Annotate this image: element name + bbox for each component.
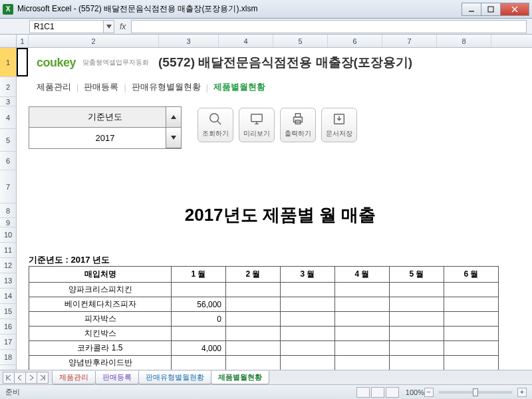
cell-value[interactable] xyxy=(444,297,499,312)
row-header[interactable]: 18 xyxy=(0,350,16,365)
row-header[interactable]: 13 xyxy=(0,273,16,289)
row-header[interactable]: 17 xyxy=(0,334,16,350)
col-header[interactable]: 5 xyxy=(273,35,328,47)
zoom-slider[interactable] xyxy=(439,391,512,394)
cell-vendor[interactable]: 양파크리스피치킨 xyxy=(29,283,172,297)
search-button[interactable]: 조회하기 xyxy=(198,108,233,142)
cell-value[interactable] xyxy=(444,327,499,341)
row-header[interactable]: 4 xyxy=(0,106,16,129)
col-header[interactable]: 2 xyxy=(29,35,159,47)
row-header[interactable]: 8 xyxy=(0,203,16,218)
row-header[interactable]: 2 xyxy=(0,77,16,97)
col-header[interactable]: 8 xyxy=(437,35,491,47)
cell-value[interactable] xyxy=(390,356,444,370)
row-header[interactable]: 11 xyxy=(0,243,16,258)
tab-sales-type-monthly[interactable]: 판매유형별월현황 xyxy=(132,81,201,93)
cell-value[interactable] xyxy=(444,356,499,370)
col-header[interactable]: 1 xyxy=(17,35,29,47)
year-down-button[interactable] xyxy=(166,127,182,148)
cell-value[interactable] xyxy=(390,283,444,297)
fx-icon[interactable]: fx xyxy=(120,22,126,31)
cell-value[interactable] xyxy=(281,341,335,356)
cell-value[interactable] xyxy=(281,297,335,312)
cell-value[interactable] xyxy=(226,312,281,327)
cell-value[interactable] xyxy=(281,356,335,370)
year-up-button[interactable] xyxy=(166,106,182,128)
cell-value[interactable] xyxy=(226,356,281,370)
row-header[interactable]: 10 xyxy=(0,227,16,243)
row-header[interactable]: 9 xyxy=(0,218,16,227)
minimize-button[interactable] xyxy=(462,3,481,16)
tab-product-monthly[interactable]: 제품별월현황 xyxy=(213,81,265,93)
sheet-nav-next[interactable] xyxy=(25,372,37,384)
select-all-corner[interactable] xyxy=(0,35,17,47)
col-header[interactable]: 4 xyxy=(219,35,273,47)
tab-sales-register[interactable]: 판매등록 xyxy=(84,81,118,93)
sheet-nav-prev[interactable] xyxy=(14,372,26,384)
cell-value[interactable] xyxy=(226,341,281,356)
cell-value[interactable] xyxy=(390,327,444,341)
cell-value[interactable] xyxy=(444,312,499,327)
print-button[interactable]: 출력하기 xyxy=(280,108,316,142)
cell-value[interactable]: 56,000 xyxy=(172,297,226,312)
name-box-dropdown[interactable] xyxy=(104,20,114,33)
row-header[interactable]: 1 xyxy=(0,48,16,77)
cell-value[interactable] xyxy=(390,341,444,356)
col-header[interactable]: 3 xyxy=(159,35,219,47)
zoom-out-button[interactable]: − xyxy=(424,388,434,397)
cell-value[interactable] xyxy=(444,283,499,297)
cell-value[interactable] xyxy=(444,341,499,356)
preview-button[interactable]: 미리보기 xyxy=(239,108,275,142)
tab-product-manage[interactable]: 제품관리 xyxy=(37,81,71,93)
cell-value[interactable] xyxy=(335,341,390,356)
save-button[interactable]: 문서저장 xyxy=(321,108,357,142)
view-normal-button[interactable] xyxy=(356,387,370,398)
cell-grid[interactable]: coukey 맞춤형엑셀업무자동화 (5572) 배달전문음식점전용 매출장(포… xyxy=(17,48,532,370)
cell-vendor[interactable]: 코카콜라 1.5 xyxy=(29,341,172,356)
row-header[interactable]: 6 xyxy=(0,152,16,170)
row-header[interactable]: 3 xyxy=(0,97,16,106)
cell-value[interactable] xyxy=(281,327,335,341)
cell-vendor[interactable]: 피자박스 xyxy=(29,312,172,327)
cell-value[interactable] xyxy=(390,312,444,327)
zoom-thumb[interactable] xyxy=(473,388,478,396)
view-pagebreak-button[interactable] xyxy=(386,387,399,398)
cell-value[interactable] xyxy=(226,327,281,341)
cell-value[interactable] xyxy=(226,283,281,297)
col-header[interactable]: 6 xyxy=(328,35,382,47)
cell-value[interactable] xyxy=(335,356,390,370)
row-header[interactable]: 14 xyxy=(0,289,16,304)
row-header[interactable]: 16 xyxy=(0,319,16,334)
view-layout-button[interactable] xyxy=(371,387,384,398)
zoom-in-button[interactable]: + xyxy=(517,388,527,397)
cell-vendor[interactable]: 베이컨체다치즈피자 xyxy=(29,297,172,312)
row-header[interactable]: 5 xyxy=(0,129,16,152)
cell-value[interactable] xyxy=(335,312,390,327)
cell-value[interactable] xyxy=(281,283,335,297)
row-header[interactable]: 7 xyxy=(0,170,16,203)
cell-value[interactable] xyxy=(335,327,390,341)
cell-vendor[interactable]: 양념반후라이드반 xyxy=(29,356,172,370)
cell-value[interactable] xyxy=(172,356,226,370)
cell-value[interactable] xyxy=(226,297,281,312)
close-button[interactable] xyxy=(500,3,529,16)
cell-value[interactable] xyxy=(335,283,390,297)
row-header[interactable]: 15 xyxy=(0,304,16,319)
sheet-nav-last[interactable] xyxy=(37,372,49,384)
sheet-tab[interactable]: 제품관리 xyxy=(52,371,96,384)
row-header[interactable]: 12 xyxy=(0,258,16,273)
sheet-tab[interactable]: 판매유형별월현황 xyxy=(138,371,211,384)
maximize-button[interactable] xyxy=(481,3,501,16)
cell-value[interactable] xyxy=(281,312,335,327)
formula-input[interactable] xyxy=(131,20,527,33)
sheet-nav-first[interactable] xyxy=(3,372,15,384)
cell-value[interactable]: 0 xyxy=(172,312,226,327)
sheet-tab[interactable]: 판매등록 xyxy=(95,371,139,384)
name-box[interactable]: R1C1 xyxy=(29,20,104,33)
cell-value[interactable]: 4,000 xyxy=(172,341,226,356)
cell-vendor[interactable]: 치킨박스 xyxy=(29,327,172,341)
cell-value[interactable] xyxy=(172,283,226,297)
cell-value[interactable] xyxy=(390,297,444,312)
sheet-tab-active[interactable]: 제품별월현황 xyxy=(211,371,269,384)
col-header[interactable]: 7 xyxy=(382,35,437,47)
